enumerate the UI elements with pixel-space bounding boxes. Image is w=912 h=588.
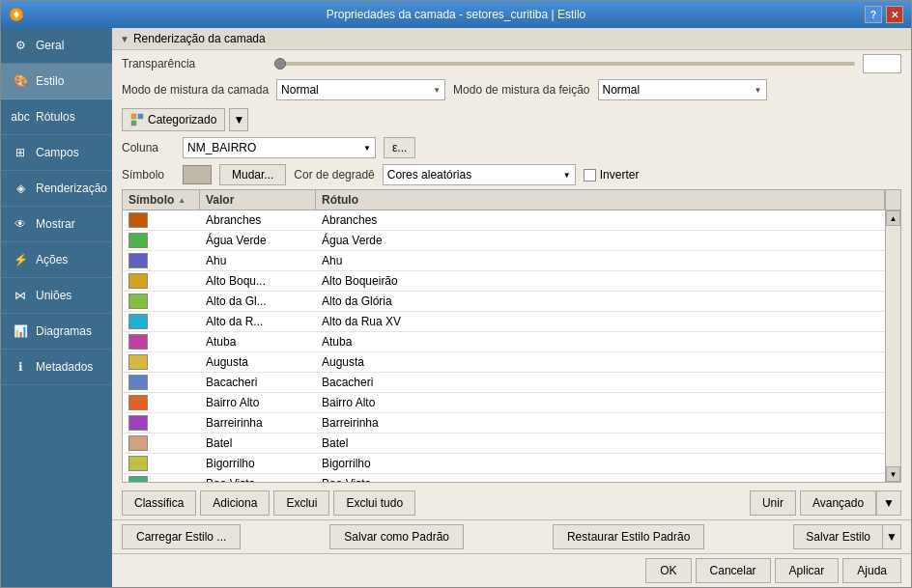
degrade-label: Cor de degradê (294, 168, 374, 182)
td-rotulo-11: Batel (316, 434, 885, 453)
window: Propriedades da camada - setores_curitib… (0, 0, 912, 588)
salvar-estilo-dropdown[interactable]: ▼ (882, 524, 901, 549)
rotulos-icon: abc (11, 107, 30, 126)
categorized-dropdown[interactable]: ▼ (229, 108, 248, 131)
salvar-padrao-button[interactable]: Salvar como Padrão (329, 524, 464, 549)
exclui-tudo-button[interactable]: Exclui tudo (333, 490, 415, 516)
sidebar-item-diagramas[interactable]: 📊Diagramas (1, 314, 112, 350)
sidebar-item-renderizacao[interactable]: ◈Renderização (1, 171, 112, 207)
th-value[interactable]: Valor (200, 190, 316, 210)
cancel-button[interactable]: Cancelar (696, 558, 771, 583)
avancado-label: Avançado (812, 496, 864, 510)
renderizacao-icon: ◈ (11, 179, 30, 198)
sidebar-label-estilo: Estilo (36, 74, 64, 88)
table-row[interactable]: Batel Batel (123, 434, 885, 454)
exclui-tudo-label: Exclui tudo (346, 496, 403, 510)
table-row[interactable]: Bairro Alto Bairro Alto (123, 393, 885, 413)
color-swatch-9 (128, 395, 148, 410)
blend-layer-select[interactable]: Normal ▼ (276, 79, 445, 100)
inverter-checkbox[interactable] (584, 169, 596, 182)
table-row[interactable]: Atuba Atuba (123, 332, 885, 352)
table-row[interactable]: Bigorrilho Bigorrilho (123, 454, 885, 474)
transparency-spinbox[interactable]: ▲ ▼ (863, 54, 901, 73)
apply-button[interactable]: Aplicar (775, 558, 840, 583)
categorized-button[interactable]: Categorizado (122, 108, 225, 131)
td-value-1: Água Verde (200, 231, 316, 250)
td-rotulo-1: Água Verde (316, 231, 885, 250)
sidebar-item-geral[interactable]: ⚙Geral (1, 28, 112, 64)
sidebar-item-rotulos[interactable]: abcRótulos (1, 99, 112, 135)
scroll-track[interactable] (886, 226, 900, 466)
degrade-select[interactable]: Cores aleatórias ▼ (383, 164, 576, 185)
td-symbol-0 (123, 210, 200, 230)
close-title-button[interactable]: ✕ (886, 6, 903, 23)
sidebar-item-estilo[interactable]: 🎨Estilo (1, 64, 112, 99)
td-rotulo-8: Bacacheri (316, 373, 885, 392)
carregar-estilo-button[interactable]: Carregar Estilo ... (122, 524, 241, 549)
sidebar-label-mostrar: Mostrar (36, 217, 75, 231)
scroll-down-button[interactable]: ▼ (886, 466, 900, 482)
table-row[interactable]: Alto Boqu... Alto Boqueirão (123, 271, 885, 292)
restaurar-padrao-button[interactable]: Restaurar Estilo Padrão (553, 524, 704, 549)
ok-label: OK (660, 564, 676, 577)
avancado-dropdown[interactable]: ▼ (876, 490, 901, 516)
table-row[interactable]: Augusta Augusta (123, 352, 885, 373)
sidebar-item-unioes[interactable]: ⋈Uniões (1, 278, 112, 314)
sidebar-item-metadados[interactable]: ℹMetadados (1, 350, 112, 385)
blend-feicao-select[interactable]: Normal ▼ (598, 79, 767, 100)
section-title: Renderização da camada (133, 32, 266, 45)
th-symbol[interactable]: Símbolo ▲ (123, 190, 200, 210)
transparency-input[interactable] (864, 57, 911, 70)
td-rotulo-10: Barreirinha (316, 413, 885, 433)
table-scrollbar[interactable]: ▲ ▼ (885, 210, 900, 482)
svg-rect-2 (138, 114, 143, 119)
color-swatch-2 (128, 253, 148, 268)
td-value-10: Barreirinha (200, 413, 316, 433)
unir-button[interactable]: Unir (750, 490, 796, 516)
scroll-up-button[interactable]: ▲ (886, 210, 900, 226)
expression-label: ε... (392, 141, 407, 154)
sidebar-item-mostrar[interactable]: 👁Mostrar (1, 207, 112, 242)
td-value-7: Augusta (200, 352, 316, 372)
adiciona-button[interactable]: Adiciona (200, 490, 270, 516)
help-title-button[interactable]: ? (865, 6, 882, 23)
classifica-button[interactable]: Classifica (122, 490, 196, 516)
change-button[interactable]: Mudar... (219, 164, 286, 185)
transparency-row: Transparência ▲ ▼ (112, 50, 911, 77)
column-select[interactable]: NM_BAIRRO ▼ (183, 137, 376, 158)
table-row[interactable]: Água Verde Água Verde (123, 231, 885, 251)
table-row[interactable]: Barreirinha Barreirinha (123, 413, 885, 434)
help-button[interactable]: Ajuda (842, 558, 901, 583)
td-rotulo-7: Augusta (316, 352, 885, 372)
table-row[interactable]: Abranches Abranches (123, 210, 885, 231)
table-row[interactable]: Bacacheri Bacacheri (123, 373, 885, 393)
td-symbol-8 (123, 373, 200, 392)
color-swatch-5 (128, 314, 148, 329)
table-row[interactable]: Boa Vista Boa Vista (123, 474, 885, 482)
th-value-label: Valor (206, 193, 234, 207)
blend-feicao-value: Normal (603, 83, 755, 97)
table-row[interactable]: Alto da R... Alto da Rua XV (123, 312, 885, 332)
expression-button[interactable]: ε... (384, 137, 415, 158)
table-row[interactable]: Alto da Gl... Alto da Glória (123, 292, 885, 312)
ok-button[interactable]: OK (645, 558, 691, 583)
avancado-button[interactable]: Avançado (800, 490, 876, 516)
exclui-button[interactable]: Exclui (273, 490, 329, 516)
sidebar-item-acoes[interactable]: ⚡Ações (1, 242, 112, 278)
blend-layer-value: Normal (281, 83, 433, 97)
sidebar-item-campos[interactable]: ⊞Campos (1, 135, 112, 171)
avancado-arrow-icon: ▼ (883, 496, 895, 510)
table-row[interactable]: Ahu Ahu (123, 251, 885, 271)
transparency-slider[interactable] (274, 62, 855, 66)
title-buttons: ? ✕ (865, 6, 903, 23)
color-swatch-13 (128, 476, 148, 482)
td-value-13: Boa Vista (200, 474, 316, 482)
table-body: Abranches Abranches Água Verde Água Verd… (123, 210, 885, 482)
inverter-checkbox-label[interactable]: Inverter (584, 168, 640, 182)
th-symbol-label: Símbolo (128, 193, 174, 207)
symbol-swatch[interactable] (183, 165, 212, 184)
section-arrow-icon: ▼ (120, 34, 129, 44)
salvar-estilo-button[interactable]: Salvar Estilo (793, 524, 882, 549)
th-rotulo[interactable]: Rótulo (316, 190, 885, 210)
categorized-icon (130, 113, 144, 126)
